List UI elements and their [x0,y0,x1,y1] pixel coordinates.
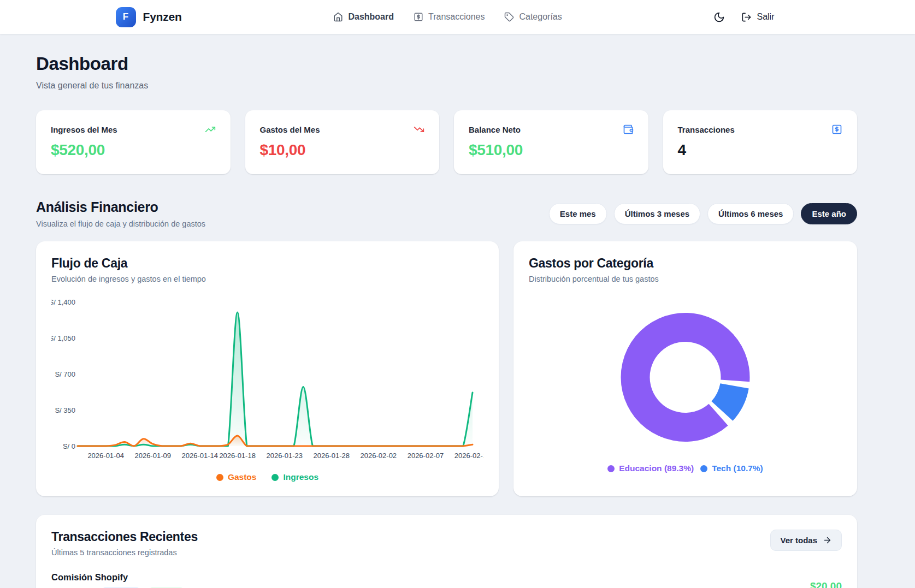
nav-item-label: Dashboard [348,12,394,22]
svg-text:S/ 350: S/ 350 [55,406,75,414]
nav-item-label: Categorías [519,12,562,22]
topbar: F Fynzen Dashboard Transacciones Categor… [0,0,915,34]
analysis-subtitle: Visualiza el flujo de caja y distribució… [36,219,205,228]
nav-item-categorias[interactable]: Categorías [504,12,562,22]
filter-este-mes[interactable]: Este mes [549,203,607,224]
theme-toggle-button[interactable] [713,11,725,23]
legend-label: Educacion (89.3%) [619,464,694,473]
cashflow-legend: Gastos Ingresos [51,472,483,482]
legend-label: Tech (10.7%) [712,464,763,473]
stat-card-gastos: Gastos del Mes $10,00 [245,110,440,174]
svg-text:2026-02-07: 2026-02-07 [408,452,444,460]
stats-row: Ingresos del Mes $520,00 Gastos del Mes … [36,110,857,174]
category-title: Gastos por Categoría [529,256,842,271]
arrow-right-icon [823,536,832,545]
svg-text:2026-02-02: 2026-02-02 [361,452,397,460]
svg-text:2026-01-28: 2026-01-28 [314,452,350,460]
trending-down-icon [414,124,424,135]
page-subtitle: Vista general de tus finanzas [36,81,857,91]
category-panel: Gastos por Categoría Distribución porcen… [513,241,857,496]
transaction-row[interactable]: Comisión Shopify 11 feb 2026 Negocio Man… [51,572,842,588]
transactions-title: Transacciones Recientes [51,530,198,544]
stat-value: $510,00 [469,141,634,159]
page-title: Dashboard [36,54,857,74]
legend-label: Ingresos [283,472,318,482]
filter-este-ano[interactable]: Este año [801,203,857,224]
view-all-label: Ver todas [780,536,817,545]
svg-text:2026-01-09: 2026-01-09 [134,452,171,460]
svg-text:2026-01-04: 2026-01-04 [87,452,124,460]
logout-button[interactable]: Salir [741,12,774,22]
category-subtitle: Distribución porcentual de tus gastos [529,275,842,283]
stat-label: Balance Neto [469,125,521,134]
nav-item-label: Transacciones [428,12,485,22]
svg-text:S/ 1,400: S/ 1,400 [51,298,75,306]
period-filters: Este mes Últimos 3 meses Últimos 6 meses… [549,203,857,224]
transaction-name: Comisión Shopify [51,572,185,583]
stat-card-ingresos: Ingresos del Mes $520,00 [36,110,231,174]
logout-label: Salir [757,12,774,22]
view-all-button[interactable]: Ver todas [770,530,842,551]
svg-text:2026-01-18: 2026-01-18 [219,452,256,460]
category-donut-chart [529,287,842,461]
stat-value: $520,00 [51,141,216,159]
svg-text:2026-01-23: 2026-01-23 [266,452,303,460]
app-name: Fynzen [143,10,182,23]
educacion-dot-icon [607,465,615,472]
ingresos-dot-icon [271,474,279,481]
donut-legend-item-educacion: Educacion (89.3%) [607,464,694,473]
svg-text:2026-01-14: 2026-01-14 [182,452,219,460]
donut-legend-item-tech: Tech (10.7%) [700,464,763,473]
moon-icon [713,11,725,23]
cashflow-chart: S/ 0S/ 350S/ 700S/ 1,050S/ 1,4002026-01-… [51,290,483,466]
banknote-icon [831,124,842,135]
stat-label: Transacciones [678,125,735,134]
stat-card-transacciones: Transacciones 4 [663,110,858,174]
stat-label: Gastos del Mes [260,125,320,134]
legend-item-gastos: Gastos [216,472,257,482]
logo-icon: F [116,7,136,27]
home-icon [333,12,343,22]
cashflow-panel: Flujo de Caja Evolución de ingresos y ga… [36,241,499,496]
tech-dot-icon [700,465,707,472]
stat-value: 4 [678,141,843,159]
nav-item-dashboard[interactable]: Dashboard [333,12,394,22]
wallet-icon [623,124,634,135]
cashflow-title: Flujo de Caja [51,256,483,271]
transaction-amount: $20,00 [810,580,842,588]
filter-ultimos-3-meses[interactable]: Últimos 3 meses [614,203,700,224]
banknote-icon [414,12,423,22]
analysis-title: Análisis Financiero [36,199,205,215]
svg-text:S/ 0: S/ 0 [63,442,75,450]
stat-card-balance: Balance Neto $510,00 [454,110,648,174]
main-nav: Dashboard Transacciones Categorías [333,12,562,22]
donut-legend: Educacion (89.3%) Tech (10.7%) [529,464,842,473]
legend-label: Gastos [228,472,257,482]
app-logo[interactable]: F Fynzen [116,7,182,27]
recent-transactions-panel: Transacciones Recientes Últimas 5 transa… [36,515,857,588]
stat-label: Ingresos del Mes [51,125,117,134]
nav-item-transacciones[interactable]: Transacciones [414,12,485,22]
transactions-subtitle: Últimas 5 transacciones registradas [51,548,198,557]
svg-text:S/ 1,050: S/ 1,050 [51,334,75,342]
logout-icon [741,12,752,22]
stat-value: $10,00 [260,141,425,159]
tag-icon [504,12,514,22]
svg-text:S/ 700: S/ 700 [55,370,75,378]
legend-item-ingresos: Ingresos [271,472,318,482]
cashflow-subtitle: Evolución de ingresos y gastos en el tie… [51,275,483,283]
gastos-dot-icon [216,474,223,481]
trending-up-icon [205,124,216,135]
filter-ultimos-6-meses[interactable]: Últimos 6 meses [707,203,794,224]
svg-text:2026-02-12: 2026-02-12 [454,452,483,460]
